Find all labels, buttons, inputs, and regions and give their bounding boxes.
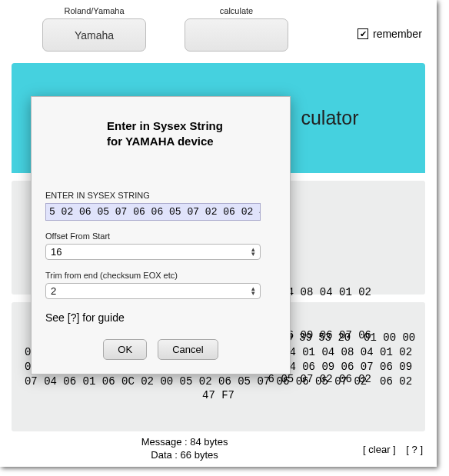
clear-link[interactable]: [ clear ]: [363, 444, 396, 455]
guide-text: See [?] for guide: [45, 311, 276, 324]
offset-label: Offset From Start: [45, 231, 276, 241]
chevron-updown-icon: ▴▾: [251, 248, 255, 256]
data-bytes: Data : 66 bytes: [14, 449, 355, 462]
trim-value: 2: [51, 285, 56, 297]
chevron-updown-icon: ▴▾: [251, 287, 255, 295]
checkmark-icon: ✔: [358, 28, 368, 39]
sysex-label: ENTER IN SYSEX STRING: [45, 191, 276, 200]
dialog-title: Enter in Sysex String for YAMAHA device: [107, 118, 276, 148]
cancel-button[interactable]: Cancel: [158, 339, 218, 360]
help-link[interactable]: [ ? ]: [406, 444, 423, 455]
ok-button[interactable]: OK: [103, 339, 147, 360]
offset-value: 16: [51, 246, 62, 258]
offset-select[interactable]: 16 ▴▾: [45, 244, 261, 260]
sysex-input[interactable]: 5 02 06 05 07 06 06 05 07 02 06 02 47 F7: [45, 203, 261, 221]
banner-title-fragment: culator: [301, 107, 358, 129]
trim-select[interactable]: 2 ▴▾: [45, 283, 261, 299]
question-icon: ?: [41, 106, 110, 175]
brand-label: Roland/Yamaha: [64, 6, 124, 15]
trim-label: Trim from end (checksum EOX etc): [45, 271, 276, 280]
sysex-dialog: ? Enter in Sysex String for YAMAHA devic…: [31, 96, 291, 374]
message-bytes: Message : 84 bytes: [14, 436, 355, 449]
remember-toggle[interactable]: ✔ remember: [358, 28, 422, 40]
remember-label: remember: [373, 28, 422, 40]
calculate-button[interactable]: [185, 18, 288, 52]
brand-button[interactable]: Yamaha: [42, 18, 146, 52]
calculate-label: calculate: [220, 6, 253, 15]
